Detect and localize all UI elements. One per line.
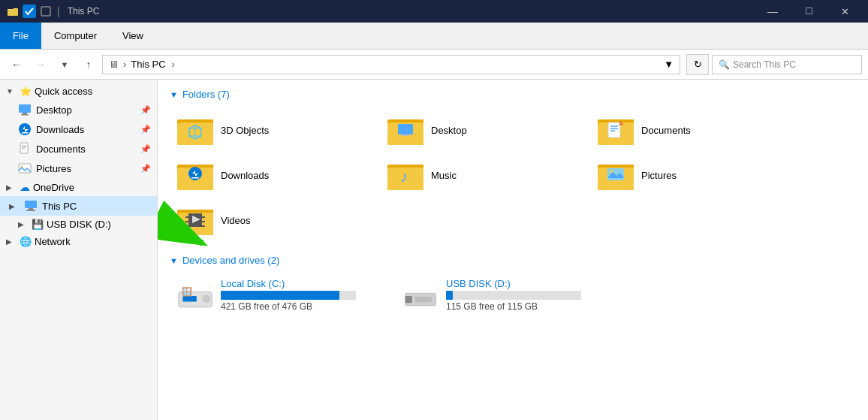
desktop-icon <box>18 103 32 116</box>
svg-rect-50 <box>185 213 188 216</box>
svg-rect-2 <box>19 104 31 113</box>
refresh-button[interactable]: ↻ <box>686 54 709 75</box>
svg-rect-63 <box>415 297 432 302</box>
folder-videos-icon <box>177 202 213 238</box>
svg-point-46 <box>610 170 613 173</box>
folder-documents[interactable]: A Documents <box>590 107 800 153</box>
search-box[interactable]: 🔍 Search This PC <box>712 55 862 74</box>
sidebar-item-network[interactable]: ▶ 🌐 Network <box>0 233 157 250</box>
drive-d-bar-bg <box>446 291 581 300</box>
svg-rect-38 <box>191 177 199 179</box>
minimize-button[interactable]: — <box>755 0 790 23</box>
folder-music-label: Music <box>431 170 457 181</box>
expand-thispc-icon: ▶ <box>9 202 20 210</box>
ribbon-tabs: File Computer View <box>0 23 868 50</box>
expand-onedrive-icon: ▶ <box>6 183 17 192</box>
drive-usb-disk[interactable]: USB DISK (D:) 115 GB free of 115 GB <box>395 273 605 319</box>
title-bar: | This PC — ☐ ✕ <box>0 0 868 23</box>
drive-c-bar-fill <box>221 291 339 300</box>
sidebar-item-documents[interactable]: Documents 📌 <box>0 139 157 159</box>
expand-usb-icon: ▶ <box>18 220 29 228</box>
sidebar-item-downloads[interactable]: Downloads 📌 <box>0 119 157 139</box>
svg-rect-7 <box>22 132 28 134</box>
up-button[interactable]: ↑ <box>78 54 99 75</box>
drives-section-header[interactable]: ▼ Devices and drives (2) <box>170 255 856 266</box>
sidebar-group-quick-access[interactable]: ▼ ⭐ Quick access <box>0 83 157 100</box>
folder-downloads[interactable]: Downloads <box>170 153 380 198</box>
path-dropdown-btn[interactable]: ▼ <box>664 59 674 70</box>
folder-3d-objects[interactable]: 3D Objects <box>170 107 380 153</box>
expand-quick-access-icon: ▼ <box>6 87 17 95</box>
drive-d-info: USB DISK (D:) 115 GB free of 115 GB <box>446 278 598 312</box>
sidebar-item-onedrive[interactable]: ▶ ☁ OneDrive <box>0 178 157 196</box>
svg-rect-62 <box>405 296 412 303</box>
usb-label: USB DISK (D:) <box>47 219 111 230</box>
svg-text:🪟: 🪟 <box>182 286 192 297</box>
svg-rect-4 <box>21 114 29 116</box>
sidebar-item-pictures[interactable]: Pictures 📌 <box>0 159 157 178</box>
folders-section-header[interactable]: ▼ Folders (7) <box>170 89 856 100</box>
address-path[interactable]: 🖥 › This PC › ▼ <box>102 55 680 74</box>
folder-pictures-icon <box>598 157 634 193</box>
sidebar-desktop-label: Desktop <box>36 104 72 116</box>
usb-icon: 💾 <box>32 219 44 230</box>
sidebar-item-desktop[interactable]: Desktop 📌 <box>0 100 157 119</box>
pin-desktop-icon: 📌 <box>140 105 151 115</box>
drives-chevron-icon: ▼ <box>170 256 178 265</box>
path-computer-icon: 🖥 <box>109 59 119 70</box>
blank-title-icon[interactable] <box>39 5 53 18</box>
pin-documents-icon: 📌 <box>140 144 151 154</box>
svg-rect-53 <box>202 213 205 216</box>
search-icon: 🔍 <box>719 59 730 70</box>
tab-computer[interactable]: Computer <box>41 23 110 49</box>
folder-music[interactable]: ♪ Music <box>380 153 590 198</box>
svg-rect-52 <box>185 222 188 225</box>
sidebar-item-this-pc[interactable]: ▶ This PC <box>0 196 157 216</box>
path-label: This PC <box>131 59 165 70</box>
svg-rect-51 <box>185 218 188 221</box>
drive-c-bar-bg <box>221 291 356 300</box>
drive-local-disk[interactable]: 🪟 Local Disk (C:) 421 GB free of 476 GB <box>170 273 380 319</box>
onedrive-label: OneDrive <box>33 182 74 193</box>
drive-d-name: USB DISK (D:) <box>446 278 598 289</box>
drive-c-icon: 🪟 <box>177 278 213 314</box>
back-button[interactable]: ← <box>6 54 27 75</box>
sidebar-item-usb[interactable]: ▶ 💾 USB DISK (D:) <box>0 216 157 233</box>
onedrive-cloud-icon: ☁ <box>20 181 30 193</box>
thispc-label: This PC <box>42 201 77 212</box>
folder-downloads-label: Downloads <box>221 170 269 181</box>
svg-text:♪: ♪ <box>400 168 408 185</box>
svg-text:A: A <box>619 120 623 127</box>
sidebar-downloads-label: Downloads <box>36 124 84 135</box>
folder-desktop[interactable]: Desktop <box>380 107 590 153</box>
expand-network-icon: ▶ <box>6 237 17 246</box>
recent-button[interactable]: ▼ <box>54 54 75 75</box>
folder-3d-icon <box>177 112 213 148</box>
check-title-icon[interactable] <box>23 5 36 18</box>
main-layout: ▼ ⭐ Quick access Desktop 📌 Downloads 📌 <box>0 80 868 420</box>
folder-desktop-icon <box>387 112 423 148</box>
svg-rect-26 <box>402 134 409 136</box>
tab-view[interactable]: View <box>110 23 156 49</box>
drive-c-free: 421 GB free of 476 GB <box>221 301 372 312</box>
pin-pictures-icon: 📌 <box>140 164 151 174</box>
path-separator2: › <box>172 59 175 70</box>
drive-d-icon <box>402 278 439 314</box>
downloads-sidebar-icon <box>18 122 32 136</box>
folder-pictures[interactable]: Pictures <box>590 153 800 198</box>
folder-documents-icon: A <box>598 112 634 148</box>
drive-d-bar-fill <box>446 291 453 300</box>
close-button[interactable]: ✕ <box>827 0 862 23</box>
folder-videos[interactable]: Videos <box>170 198 380 243</box>
svg-rect-58 <box>182 296 196 301</box>
thispc-icon <box>24 199 38 213</box>
maximize-button[interactable]: ☐ <box>791 0 826 23</box>
quick-access-label: Quick access <box>35 86 92 97</box>
pictures-sidebar-icon <box>18 162 32 175</box>
folder-pictures-label: Pictures <box>641 170 677 181</box>
tab-file[interactable]: File <box>0 23 41 49</box>
svg-rect-0 <box>8 9 18 16</box>
forward-button[interactable]: → <box>30 54 51 75</box>
folder-3d-label: 3D Objects <box>221 125 269 136</box>
svg-rect-3 <box>23 113 27 114</box>
